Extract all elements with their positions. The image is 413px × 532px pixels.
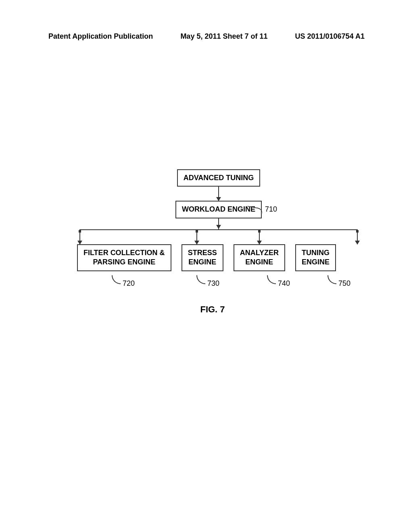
ref-710: 710 — [265, 205, 277, 214]
ref-750: 750 — [338, 279, 350, 288]
ref-730: 730 — [207, 279, 219, 288]
header-right: US 2011/0106754 A1 — [295, 32, 365, 41]
ref-750-group: 750 — [327, 275, 350, 288]
ref-720-group: 720 — [112, 275, 135, 288]
arrow-icon — [357, 230, 358, 244]
leader-curve — [196, 275, 205, 284]
arrow-icon — [259, 230, 260, 244]
bottom-row: FILTER COLLECTION & PARSING ENGINE STRES… — [77, 244, 336, 271]
advanced-tuning-box: ADVANCED TUNING — [177, 169, 261, 187]
header-left: Patent Application Publication — [48, 32, 153, 41]
branch-1 — [79, 230, 80, 244]
tuning-engine-box: TUNING ENGINE — [295, 244, 336, 271]
analyzer-engine-box: ANALYZER ENGINE — [234, 244, 285, 271]
header-center: May 5, 2011 Sheet 7 of 11 — [180, 32, 267, 41]
branch-2 — [196, 230, 197, 244]
ref-720: 720 — [123, 279, 135, 288]
leader-curve — [112, 275, 121, 284]
leader-curve — [327, 275, 336, 284]
figure-label: FIG. 7 — [12, 304, 413, 315]
page-header: Patent Application Publication May 5, 20… — [0, 32, 413, 41]
arrow-icon — [218, 218, 219, 229]
arrow-icon — [79, 230, 80, 244]
arrow-icon — [218, 187, 219, 201]
branch-4 — [357, 230, 358, 244]
branch-connecth — [79, 230, 358, 244]
ref-740: 740 — [278, 279, 290, 288]
arrow-icon — [196, 230, 197, 244]
ref-730-group: 730 — [196, 275, 219, 288]
workload-row: WORKLOAD ENGINE 710 — [151, 201, 262, 218]
ref-740-group: 740 — [267, 275, 290, 288]
diagram: ADVANCED TUNING WORKLOAD ENGINE 710 FILT… — [0, 169, 413, 275]
leader-curve — [267, 275, 276, 284]
branch-3 — [259, 230, 260, 244]
filter-collection-box: FILTER COLLECTION & PARSING ENGINE — [77, 244, 171, 271]
stress-engine-box: STRESS ENGINE — [181, 244, 223, 271]
